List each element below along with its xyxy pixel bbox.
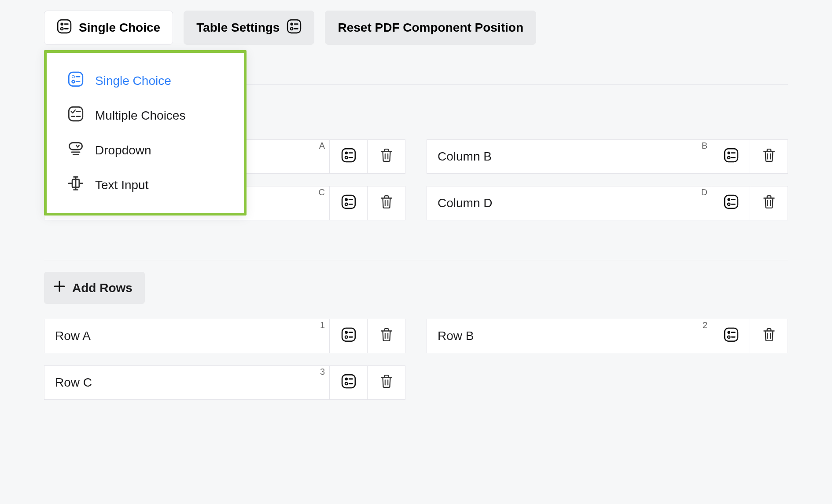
trash-icon: [379, 194, 394, 212]
dropdown-item-label: Text Input: [95, 178, 148, 192]
delete-column-button[interactable]: [750, 139, 788, 174]
single-choice-label: Single Choice: [79, 21, 160, 35]
row-row: Row A 1: [44, 319, 405, 353]
row-label: Row A: [55, 329, 91, 343]
column-row: Column B B: [427, 139, 788, 174]
column-row: Column D D: [427, 186, 788, 220]
row-type-button[interactable]: [712, 319, 750, 353]
dropdown-item-dropdown[interactable]: Dropdown: [47, 133, 244, 168]
radio-icon: [341, 327, 356, 345]
reset-label: Reset PDF Component Position: [338, 21, 523, 35]
trash-icon: [379, 148, 394, 165]
radio-icon: [341, 374, 356, 391]
trash-icon: [379, 327, 394, 345]
row-type-button[interactable]: [330, 365, 368, 400]
delete-column-button[interactable]: [368, 186, 405, 220]
choice-type-dropdown: Single Choice Multiple Choices Dropdown …: [44, 50, 247, 215]
plus-icon: [53, 280, 66, 296]
row-type-button[interactable]: [330, 319, 368, 353]
radio-icon: [57, 19, 72, 37]
row-input[interactable]: Row C 3: [44, 365, 330, 400]
checklist-icon: [68, 106, 84, 125]
radio-icon: [724, 194, 739, 212]
delete-column-button[interactable]: [368, 139, 405, 174]
dropdown-item-text-input[interactable]: Text Input: [47, 168, 244, 202]
add-rows-label: Add Rows: [72, 281, 133, 295]
column-label: Column D: [438, 196, 492, 210]
delete-row-button[interactable]: [750, 319, 788, 353]
dropdown-item-label: Multiple Choices: [95, 109, 185, 123]
row-badge: 3: [316, 366, 329, 378]
trash-icon: [762, 327, 777, 345]
radio-icon: [724, 327, 739, 345]
toolbar: Single Choice Table Settings Reset PDF C…: [44, 11, 788, 45]
row-row: Row C 3: [44, 365, 405, 400]
column-type-button[interactable]: [330, 139, 368, 174]
trash-icon: [762, 194, 777, 212]
divider: [44, 260, 788, 260]
delete-row-button[interactable]: [368, 365, 405, 400]
delete-row-button[interactable]: [368, 319, 405, 353]
delete-column-button[interactable]: [750, 186, 788, 220]
column-badge: D: [697, 186, 712, 198]
radio-icon: [341, 148, 356, 165]
radio-icon: [68, 71, 84, 90]
add-rows-button[interactable]: Add Rows: [44, 272, 145, 304]
column-type-button[interactable]: [330, 186, 368, 220]
table-settings-label: Table Settings: [196, 21, 280, 35]
column-type-button[interactable]: [712, 139, 750, 174]
dropdown-item-label: Single Choice: [95, 74, 171, 88]
row-input[interactable]: Row A 1: [44, 319, 330, 353]
reset-pdf-position-button[interactable]: Reset PDF Component Position: [325, 11, 536, 45]
trash-icon: [762, 148, 777, 165]
row-label: Row C: [55, 376, 92, 389]
trash-icon: [379, 374, 394, 391]
dropdown-item-label: Dropdown: [95, 143, 151, 157]
radio-icon: [724, 148, 739, 165]
column-input[interactable]: Column D D: [427, 186, 712, 220]
dropdown-icon: [68, 141, 84, 160]
table-settings-button[interactable]: Table Settings: [184, 11, 314, 45]
row-badge: 2: [698, 319, 712, 331]
column-badge: C: [314, 186, 329, 198]
row-input[interactable]: Row B 2: [427, 319, 712, 353]
row-badge: 1: [316, 319, 329, 331]
row-label: Row B: [438, 329, 474, 343]
row-row: Row B 2: [427, 319, 788, 353]
rows-grid: Row A 1 Row B 2 Row C: [44, 319, 788, 400]
radio-icon: [341, 194, 356, 212]
column-label: Column B: [438, 150, 492, 163]
dropdown-item-single-choice[interactable]: Single Choice: [47, 63, 244, 98]
column-badge: B: [697, 140, 712, 152]
single-choice-dropdown-button[interactable]: Single Choice: [44, 11, 173, 45]
column-input[interactable]: Column B B: [427, 139, 712, 174]
radio-icon: [287, 19, 302, 37]
dropdown-item-multiple-choices[interactable]: Multiple Choices: [47, 98, 244, 133]
text-input-icon: [68, 175, 84, 194]
column-badge: A: [315, 140, 329, 152]
column-type-button[interactable]: [712, 186, 750, 220]
